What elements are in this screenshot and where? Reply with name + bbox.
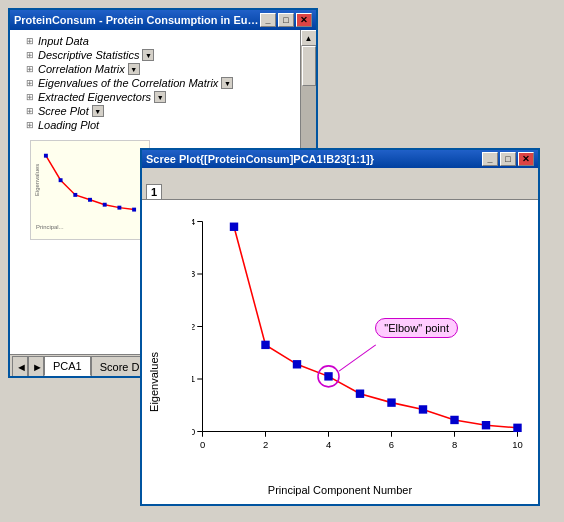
main-window-title: ProteinConsum - Protein Consumption in E…: [14, 14, 260, 26]
close-button[interactable]: ✕: [296, 13, 312, 27]
svg-text:1: 1: [192, 373, 195, 384]
svg-text:4: 4: [326, 439, 331, 450]
svg-rect-45: [513, 424, 521, 432]
svg-text:6: 6: [389, 439, 394, 450]
scree-window: Scree Plot{[ProteinConsum]PCA1!B23[1:1]}…: [140, 148, 540, 506]
scree-title-bar: Scree Plot{[ProteinConsum]PCA1!B23[1:1]}…: [142, 150, 538, 168]
tab-right-button[interactable]: ►: [28, 356, 44, 376]
svg-rect-40: [356, 390, 364, 398]
scree-window-title: Scree Plot{[ProteinConsum]PCA1!B23[1:1]}: [146, 153, 482, 165]
tree-item-6[interactable]: ⊞Loading Plot: [12, 118, 298, 132]
tree-dropdown-1[interactable]: ▼: [142, 49, 154, 61]
svg-rect-36: [293, 360, 301, 368]
tree-dropdown-3[interactable]: ▼: [221, 77, 233, 89]
svg-text:2: 2: [192, 321, 195, 332]
page-number-badge: 1: [146, 184, 162, 200]
svg-rect-34: [230, 223, 238, 231]
tab-pca1[interactable]: PCA1: [44, 356, 91, 376]
tree-label-2: Correlation Matrix: [38, 63, 125, 75]
scree-minimize-button[interactable]: _: [482, 152, 498, 166]
tree-expander-2[interactable]: ⊞: [24, 63, 36, 75]
tree-dropdown-5[interactable]: ▼: [92, 105, 104, 117]
svg-text:8: 8: [452, 439, 457, 450]
svg-rect-37: [324, 372, 332, 380]
tree-label-4: Extracted Eigenvectors: [38, 91, 151, 103]
maximize-button[interactable]: □: [278, 13, 294, 27]
svg-text:2: 2: [263, 439, 268, 450]
scree-toolbar: 1 🔒: [142, 168, 538, 200]
tree-label-1: Descriptive Statistics: [38, 49, 139, 61]
svg-text:4: 4: [192, 216, 195, 227]
x-axis-label: Principal Component Number: [268, 484, 412, 496]
tree-expander-6[interactable]: ⊞: [24, 119, 36, 131]
scree-close-button[interactable]: ✕: [518, 152, 534, 166]
tree-item-2[interactable]: ⊞Correlation Matrix▼: [12, 62, 298, 76]
svg-rect-6: [117, 206, 121, 210]
svg-text:0: 0: [200, 439, 205, 450]
tree-item-1[interactable]: ⊞Descriptive Statistics▼: [12, 48, 298, 62]
tree-expander-4[interactable]: ⊞: [24, 91, 36, 103]
svg-rect-7: [132, 208, 136, 212]
tree-expander-5[interactable]: ⊞: [24, 105, 36, 117]
tree-item-0[interactable]: ⊞Input Data: [12, 34, 298, 48]
svg-text:0: 0: [192, 426, 195, 437]
svg-rect-2: [59, 178, 63, 182]
svg-rect-41: [387, 398, 395, 406]
svg-rect-35: [261, 341, 269, 349]
scree-chart: 024681001234: [192, 210, 528, 464]
scroll-thumb[interactable]: [302, 46, 316, 86]
tree-expander-1[interactable]: ⊞: [24, 49, 36, 61]
svg-rect-5: [103, 203, 107, 207]
scroll-up-button[interactable]: ▲: [301, 30, 317, 46]
chart-area: Eigenvalues 024681001234 Principal Compo…: [142, 200, 538, 504]
main-window-controls: _ □ ✕: [260, 13, 312, 27]
svg-text:3: 3: [192, 268, 195, 279]
svg-text:10: 10: [512, 439, 523, 450]
scree-maximize-button[interactable]: □: [500, 152, 516, 166]
svg-text:Principal...: Principal...: [36, 224, 64, 230]
svg-rect-43: [450, 416, 458, 424]
tree-item-4[interactable]: ⊞Extracted Eigenvectors▼: [12, 90, 298, 104]
tree-label-6: Loading Plot: [38, 119, 99, 131]
svg-rect-42: [419, 405, 427, 413]
tree-dropdown-2[interactable]: ▼: [128, 63, 140, 75]
main-title-bar: ProteinConsum - Protein Consumption in E…: [10, 10, 316, 30]
tree-label-0: Input Data: [38, 35, 89, 47]
tab-left-button[interactable]: ◄: [12, 356, 28, 376]
tree-expander-0[interactable]: ⊞: [24, 35, 36, 47]
tree-label-3: Eigenvalues of the Correlation Matrix: [38, 77, 218, 89]
tree-item-5[interactable]: ⊞Scree Plot▼: [12, 104, 298, 118]
elbow-callout: "Elbow" point: [375, 318, 458, 338]
minimize-button[interactable]: _: [260, 13, 276, 27]
svg-rect-1: [44, 154, 48, 158]
svg-rect-4: [88, 198, 92, 202]
svg-rect-44: [482, 421, 490, 429]
y-axis-label: Eigenvalues: [148, 352, 160, 412]
preview-thumbnail: Principal... Eigenvalues: [30, 140, 150, 240]
tree-expander-3[interactable]: ⊞: [24, 77, 36, 89]
tree-dropdown-4[interactable]: ▼: [154, 91, 166, 103]
svg-text:Eigenvalues: Eigenvalues: [34, 164, 40, 196]
scree-window-controls: _ □ ✕: [482, 152, 534, 166]
svg-line-39: [339, 345, 376, 371]
tree-label-5: Scree Plot: [38, 105, 89, 117]
svg-rect-3: [73, 193, 77, 197]
tree-item-3[interactable]: ⊞Eigenvalues of the Correlation Matrix▼: [12, 76, 298, 90]
